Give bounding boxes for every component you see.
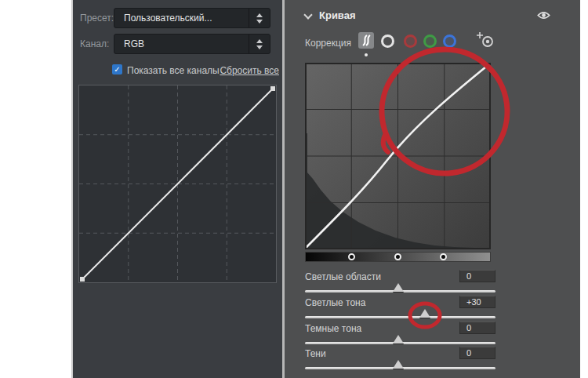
slider-row: Темные тона0	[305, 322, 495, 347]
curve-properties-panel: Кривая Коррекция	[285, 0, 580, 378]
preset-stepper[interactable]	[249, 9, 270, 27]
tonal-range-bar[interactable]	[305, 252, 491, 262]
slider-value-input[interactable]: 0	[459, 322, 495, 334]
slider-label: Тени	[305, 348, 326, 359]
blue-channel-icon[interactable]	[443, 35, 456, 48]
slider-thumb[interactable]	[419, 309, 430, 318]
rgb-composite-icon[interactable]	[381, 35, 394, 48]
curve-display-svg	[305, 63, 491, 249]
correction-label: Коррекция	[305, 38, 351, 49]
curves-adjustment-ui: Пресет: Пользовательский... Канал: RGB ✓…	[0, 0, 588, 378]
curves-dialog-panel: Пресет: Пользовательский... Канал: RGB ✓…	[73, 0, 282, 378]
preset-label: Пресет:	[80, 13, 114, 24]
eye-icon[interactable]	[537, 10, 550, 20]
preset-value: Пользовательский...	[124, 13, 212, 24]
reset-all-link[interactable]: Сбросить все	[220, 65, 279, 76]
curve-grid-editor[interactable]	[78, 85, 277, 283]
slider-thumb[interactable]	[393, 335, 404, 343]
show-all-channels-label: Показать все каналы	[127, 65, 220, 76]
preset-dropdown[interactable]: Пользовательский...	[114, 8, 270, 28]
show-all-channels-checkbox[interactable]: ✓	[112, 64, 122, 75]
channel-stepper[interactable]	[249, 35, 270, 53]
stepper-up-icon	[256, 39, 263, 43]
slider-label: Светлые области	[305, 271, 381, 282]
check-icon: ✓	[114, 65, 120, 74]
slider-row: Светлые тона+30	[305, 296, 495, 322]
tonal-marker[interactable]	[348, 253, 355, 260]
panel-title: Кривая	[319, 9, 356, 21]
slider-thumb[interactable]	[393, 360, 404, 369]
red-channel-icon[interactable]	[404, 35, 417, 48]
slider-row: Светлые области0	[305, 270, 495, 296]
targeted-adjustment-icon[interactable]	[476, 31, 495, 49]
curve-grid-svg	[79, 85, 276, 282]
slider-value-input[interactable]: +30	[459, 296, 495, 308]
curve-endpoint-shadows	[80, 277, 85, 282]
stepper-up-icon	[256, 13, 263, 17]
green-channel-icon[interactable]	[423, 35, 437, 48]
channel-label: Канал:	[80, 38, 109, 49]
tonal-marker[interactable]	[394, 253, 401, 260]
slider-thumb[interactable]	[393, 283, 404, 292]
selected-indicator-dot	[365, 53, 368, 56]
slider-row: Тени0	[305, 347, 495, 373]
channel-value: RGB	[124, 38, 144, 49]
channel-dropdown[interactable]: RGB	[114, 34, 270, 54]
curves-preset-icon[interactable]	[358, 32, 374, 49]
chevron-down-icon[interactable]	[303, 10, 312, 19]
slider-label: Светлые тона	[305, 297, 365, 308]
tonal-marker[interactable]	[440, 253, 447, 260]
slider-value-input[interactable]: 0	[459, 347, 495, 359]
curve-display[interactable]	[305, 63, 491, 249]
slider-label: Темные тона	[305, 323, 361, 334]
slider-value-input[interactable]: 0	[459, 270, 495, 282]
curve-endpoint-highlights	[270, 86, 275, 91]
stepper-down-icon	[256, 20, 263, 24]
slider-track[interactable]	[305, 316, 495, 318]
stepper-down-icon	[256, 45, 263, 49]
